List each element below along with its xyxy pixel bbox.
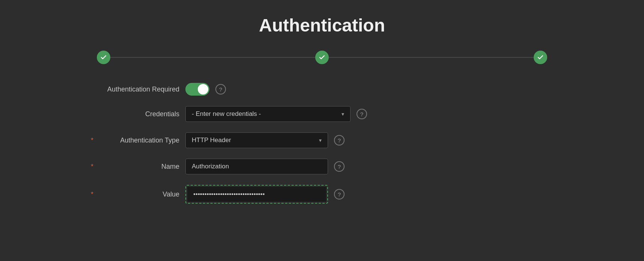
toggle-knob — [198, 84, 208, 94]
auth-type-dropdown[interactable]: HTTP Header ▾ — [185, 132, 328, 148]
credentials-help-icon[interactable]: ? — [357, 109, 367, 119]
name-help-icon[interactable]: ? — [334, 161, 345, 172]
auth-form: Authentication Required ? Credentials - … — [97, 83, 547, 204]
step-1 — [97, 51, 110, 64]
value-input-wrapper — [185, 185, 328, 204]
name-row: * Name ? — [97, 159, 547, 174]
value-help-icon[interactable]: ? — [334, 189, 345, 200]
credentials-selected-value: - Enter new credentials - — [192, 110, 261, 118]
auth-required-help-icon[interactable]: ? — [215, 84, 226, 94]
credentials-dropdown[interactable]: - Enter new credentials - ▾ — [185, 106, 351, 122]
auth-required-label: Authentication Required — [97, 86, 179, 93]
name-required-star: * — [91, 163, 93, 171]
value-row: * Value ? — [97, 185, 547, 204]
value-label: Value — [97, 190, 179, 198]
auth-type-row: * Authentication Type HTTP Header ▾ ? — [97, 132, 547, 148]
auth-type-required-star: * — [91, 136, 93, 144]
name-input[interactable] — [185, 159, 328, 174]
page-title: Authentication — [259, 15, 385, 36]
credentials-chevron-icon: ▾ — [342, 111, 344, 117]
value-required-star: * — [91, 190, 93, 198]
auth-type-label: Authentication Type — [97, 136, 179, 144]
progress-bar — [97, 51, 547, 64]
auth-required-row: Authentication Required ? — [97, 83, 547, 96]
step-3 — [534, 51, 547, 64]
auth-type-help-icon[interactable]: ? — [334, 135, 345, 146]
credentials-label: Credentials — [97, 110, 179, 118]
auth-required-toggle[interactable] — [185, 83, 209, 96]
auth-type-selected-value: HTTP Header — [192, 136, 231, 144]
value-input[interactable] — [187, 187, 326, 202]
step-2 — [315, 51, 329, 64]
name-label: Name — [97, 163, 179, 171]
credentials-row: Credentials - Enter new credentials - ▾ … — [97, 106, 547, 122]
auth-type-chevron-icon: ▾ — [319, 137, 322, 143]
